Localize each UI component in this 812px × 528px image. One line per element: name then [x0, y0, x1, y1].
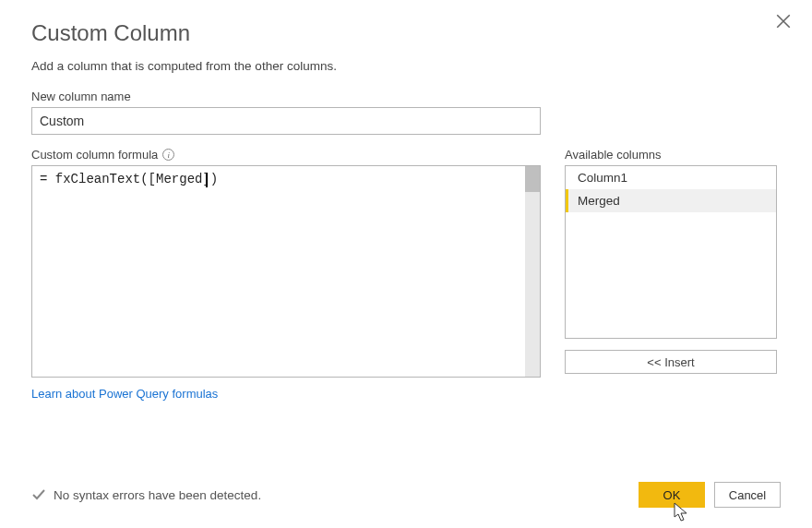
check-icon [31, 487, 46, 502]
available-columns-list[interactable]: Column1 Merged [565, 165, 777, 339]
ok-button[interactable]: OK [639, 482, 705, 508]
dialog-subtitle: Add a column that is computed from the o… [31, 59, 781, 73]
info-icon[interactable]: i [162, 149, 174, 161]
available-label: Available columns [565, 148, 777, 162]
available-item[interactable]: Merged [566, 189, 776, 212]
formula-textarea[interactable] [32, 166, 540, 377]
scrollbar-thumb[interactable] [525, 166, 540, 192]
text-cursor [206, 173, 208, 187]
scrollbar-track[interactable] [525, 166, 540, 377]
formula-editor[interactable] [31, 165, 541, 378]
name-label: New column name [31, 90, 781, 103]
dialog-title: Custom Column [31, 20, 781, 46]
learn-link[interactable]: Learn about Power Query formulas [31, 387, 218, 401]
formula-label: Custom column formula i [31, 148, 541, 162]
formula-label-text: Custom column formula [31, 148, 158, 162]
cancel-button[interactable]: Cancel [714, 482, 781, 508]
status-message: No syntax errors have been detected. [54, 488, 261, 502]
available-item[interactable]: Column1 [566, 166, 776, 189]
column-name-input[interactable] [31, 107, 541, 135]
insert-button[interactable]: << Insert [565, 350, 777, 374]
custom-column-dialog: Custom Column Add a column that is compu… [0, 0, 812, 528]
status-bar: No syntax errors have been detected. [31, 487, 261, 502]
close-icon[interactable] [775, 13, 792, 30]
